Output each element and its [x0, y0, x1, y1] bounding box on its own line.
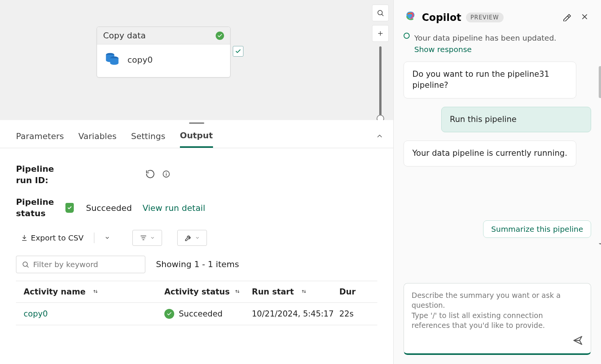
pipeline-canvas[interactable]: Copy data copy0: [0, 0, 393, 120]
table-row[interactable]: copy0 Succeeded 10/21/2024, 5:45:17 22s: [16, 303, 377, 325]
zoom-fit-button[interactable]: [372, 5, 389, 21]
filter-input-wrap[interactable]: [16, 256, 145, 273]
export-csv-dropdown[interactable]: [100, 232, 115, 244]
activities-table: Activity name Activity status Run start …: [16, 281, 377, 325]
main-pane: Copy data copy0: [0, 0, 394, 364]
copilot-header: Copilot PREVIEW: [394, 0, 601, 28]
canvas-controls: [372, 5, 389, 119]
cell-duration: 22s: [339, 309, 354, 318]
filter-columns-button[interactable]: [132, 230, 162, 246]
activity-node-copy-data[interactable]: Copy data copy0: [97, 27, 231, 78]
activity-header: Copy data: [97, 27, 230, 44]
properties-tabs: Parameters Variables Settings Output: [0, 124, 393, 148]
svg-point-2: [378, 10, 382, 15]
tab-settings[interactable]: Settings: [131, 125, 165, 147]
col-run-start[interactable]: Run start: [252, 287, 294, 296]
view-run-detail-link[interactable]: View run detail: [143, 203, 205, 213]
preview-badge: PREVIEW: [466, 13, 504, 22]
show-response-link[interactable]: Show response: [414, 45, 591, 54]
activity-name-label: copy0: [127, 55, 153, 65]
table-header: Activity name Activity status Run start …: [16, 281, 377, 303]
divider: [94, 233, 94, 243]
success-port-icon[interactable]: [233, 46, 243, 57]
col-activity-status[interactable]: Activity status: [164, 287, 230, 296]
run-id-label: Pipeline run ID:: [16, 163, 58, 186]
clear-chat-button[interactable]: [560, 10, 574, 25]
copilot-input[interactable]: Describe the summary you want or ask a q…: [404, 283, 591, 355]
cell-start: 10/21/2024, 5:45:17: [252, 309, 334, 318]
success-icon: [164, 309, 174, 319]
zoom-slider[interactable]: [379, 46, 382, 119]
output-panel: Pipeline run ID: Pipeline status Succeed…: [0, 148, 393, 364]
tab-output[interactable]: Output: [180, 124, 213, 148]
copilot-logo-icon: [404, 10, 417, 25]
status-label: Pipeline status: [16, 196, 65, 219]
assistant-message: Your data pipeline is currently running.: [404, 141, 576, 166]
truncated-message: Your data pipeline has been updated.: [414, 33, 591, 43]
tab-parameters[interactable]: Parameters: [16, 125, 64, 147]
sort-icon[interactable]: [301, 287, 307, 296]
copilot-title: Copilot: [422, 12, 461, 23]
zoom-in-button[interactable]: [372, 25, 389, 42]
send-button[interactable]: [572, 335, 583, 347]
scrollbar-thumb[interactable]: [599, 66, 601, 98]
activity-body: copy0: [97, 44, 230, 77]
collapse-panel-button[interactable]: [376, 132, 383, 141]
database-icon: [104, 51, 121, 69]
cell-activity-name[interactable]: copy0: [24, 309, 48, 318]
close-copilot-button[interactable]: [578, 10, 591, 25]
scroll-down-icon[interactable]: [597, 241, 601, 248]
export-csv-button[interactable]: Export to CSV: [16, 230, 89, 246]
tab-variables[interactable]: Variables: [78, 125, 117, 147]
success-icon: [216, 32, 224, 40]
copilot-pane: Copilot PREVIEW Your data pipeline has b…: [394, 0, 601, 364]
copilot-body: Your data pipeline has been updated. Sho…: [394, 28, 601, 283]
cell-status: Succeeded: [179, 309, 223, 318]
refresh-icon[interactable]: [145, 169, 155, 180]
output-toolbar: Export to CSV: [16, 230, 377, 246]
zoom-slider-thumb[interactable]: [377, 115, 384, 120]
activity-title: Copy data: [103, 31, 146, 40]
user-message: Run this pipeline: [441, 107, 591, 132]
info-icon[interactable]: [162, 170, 170, 180]
status-value: Succeeded: [86, 203, 132, 213]
sort-icon[interactable]: [92, 287, 99, 296]
col-duration[interactable]: Dur: [339, 287, 356, 296]
col-activity-name[interactable]: Activity name: [24, 287, 86, 296]
svg-point-4: [23, 262, 27, 266]
filter-input[interactable]: [33, 260, 140, 269]
tools-button[interactable]: [177, 230, 207, 246]
showing-count: Showing 1 - 1 items: [156, 260, 239, 269]
check-ring-icon: [404, 33, 410, 39]
copilot-input-placeholder: Describe the summary you want or ask a q…: [412, 290, 583, 331]
export-csv-label: Export to CSV: [31, 233, 84, 242]
succeeded-icon: [65, 203, 74, 213]
sort-icon[interactable]: [234, 287, 240, 296]
assistant-message: Do you want to run the pipeline31 pipeli…: [404, 62, 576, 98]
suggestion-chip[interactable]: Summarize this pipeline: [483, 220, 591, 238]
